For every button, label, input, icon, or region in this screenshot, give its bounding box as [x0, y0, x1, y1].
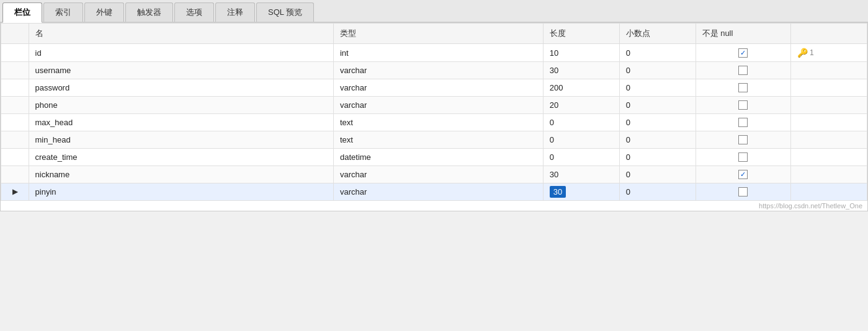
cell-type[interactable]: varchar [333, 166, 543, 183]
cell-decimal[interactable]: 0 [619, 114, 696, 131]
cell-length[interactable]: 0 [543, 131, 619, 149]
table-row[interactable]: ▶pinyinvarchar300 [1, 183, 867, 201]
cell-decimal[interactable]: 0 [619, 183, 696, 201]
cell-notnull[interactable] [696, 114, 791, 131]
tab-索引[interactable]: 索引 [43, 2, 83, 22]
cell-type[interactable]: varchar [333, 79, 543, 97]
cell-notnull[interactable]: ✓ [696, 44, 791, 62]
row-arrow: ▶ [1, 183, 29, 201]
cell-notnull[interactable] [696, 62, 791, 79]
cell-extra [791, 114, 867, 131]
cell-length[interactable]: 200 [543, 79, 619, 97]
row-arrow [1, 97, 29, 114]
tab-注释[interactable]: 注释 [215, 2, 255, 22]
table-row[interactable]: max_headtext00 [1, 114, 867, 131]
cell-length[interactable]: 30 [543, 166, 619, 183]
cell-extra [791, 149, 867, 166]
row-arrow [1, 131, 29, 149]
table-row[interactable]: passwordvarchar2000 [1, 79, 867, 97]
cell-length[interactable]: 10 [543, 44, 619, 62]
table-row[interactable]: idint100✓🔑1 [1, 44, 867, 62]
checkbox-unchecked-icon[interactable] [738, 83, 748, 92]
table-header-row: 名 类型 长度 小数点 不是 null [1, 24, 867, 44]
header-length: 长度 [543, 24, 619, 44]
cell-decimal[interactable]: 0 [619, 166, 696, 183]
cell-type[interactable]: datetime [333, 149, 543, 166]
cell-length[interactable]: 0 [543, 114, 619, 131]
cell-decimal[interactable]: 0 [619, 149, 696, 166]
cell-notnull[interactable] [696, 131, 791, 149]
checkbox-unchecked-icon[interactable] [738, 118, 748, 127]
table-row[interactable]: nicknamevarchar300✓ [1, 166, 867, 183]
cell-name[interactable]: password [29, 79, 333, 97]
tab-触发器[interactable]: 触发器 [125, 2, 173, 22]
cell-decimal[interactable]: 0 [619, 131, 696, 149]
cell-extra [791, 166, 867, 183]
tabs-bar: 栏位索引外键触发器选项注释SQL 预览 [0, 0, 868, 23]
checkbox-unchecked-icon[interactable] [738, 135, 748, 144]
cell-decimal[interactable]: 0 [619, 97, 696, 114]
cell-type[interactable]: text [333, 114, 543, 131]
cell-extra [791, 62, 867, 79]
cell-length[interactable]: 20 [543, 97, 619, 114]
row-arrow [1, 62, 29, 79]
row-arrow [1, 114, 29, 131]
header-type: 类型 [333, 24, 543, 44]
cell-name[interactable]: create_time [29, 149, 333, 166]
row-arrow [1, 79, 29, 97]
cell-name[interactable]: phone [29, 97, 333, 114]
columns-table: 名 类型 长度 小数点 不是 null idint100✓🔑1usernamev… [1, 23, 867, 201]
cell-length[interactable]: 30 [543, 183, 619, 201]
cell-type[interactable]: varchar [333, 62, 543, 79]
table-row[interactable]: min_headtext00 [1, 131, 867, 149]
row-arrow [1, 44, 29, 62]
cell-decimal[interactable]: 0 [619, 44, 696, 62]
cell-type[interactable]: int [333, 44, 543, 62]
cell-notnull[interactable] [696, 183, 791, 201]
cell-length[interactable]: 30 [543, 62, 619, 79]
checkbox-checked-icon[interactable]: ✓ [738, 170, 748, 179]
row-arrow [1, 149, 29, 166]
cell-name[interactable]: nickname [29, 166, 333, 183]
cell-type[interactable]: varchar [333, 97, 543, 114]
cell-notnull[interactable] [696, 149, 791, 166]
cell-name[interactable]: username [29, 62, 333, 79]
arrow-header [1, 24, 29, 44]
header-extra [791, 24, 867, 44]
selected-length-value: 30 [550, 186, 566, 198]
cell-notnull[interactable]: ✓ [696, 166, 791, 183]
checkbox-checked-icon[interactable]: ✓ [738, 48, 748, 58]
cell-length[interactable]: 0 [543, 149, 619, 166]
cell-extra [791, 97, 867, 114]
tab-SQL 预览[interactable]: SQL 预览 [256, 2, 314, 22]
cell-notnull[interactable] [696, 79, 791, 97]
cell-decimal[interactable]: 0 [619, 62, 696, 79]
tab-外键[interactable]: 外键 [84, 2, 124, 22]
cell-name[interactable]: min_head [29, 131, 333, 149]
checkbox-unchecked-icon[interactable] [738, 187, 748, 196]
checkbox-unchecked-icon[interactable] [738, 66, 748, 75]
checkbox-unchecked-icon[interactable] [738, 152, 748, 162]
table-body: idint100✓🔑1usernamevarchar300passwordvar… [1, 44, 867, 201]
cell-extra: 🔑1 [791, 44, 867, 62]
key-label: 1 [810, 48, 814, 57]
cell-notnull[interactable] [696, 97, 791, 114]
tab-栏位[interactable]: 栏位 [2, 2, 42, 23]
primary-key-cell: 🔑1 [797, 48, 861, 58]
table-row[interactable]: create_timedatetime00 [1, 149, 867, 166]
row-arrow [1, 166, 29, 183]
cell-type[interactable]: varchar [333, 183, 543, 201]
table-row[interactable]: phonevarchar200 [1, 97, 867, 114]
table-row[interactable]: usernamevarchar300 [1, 62, 867, 79]
cell-extra [791, 79, 867, 97]
cell-decimal[interactable]: 0 [619, 79, 696, 97]
cell-name[interactable]: max_head [29, 114, 333, 131]
cell-type[interactable]: text [333, 131, 543, 149]
header-notnull: 不是 null [696, 24, 791, 44]
tab-选项[interactable]: 选项 [174, 2, 214, 22]
cell-name[interactable]: pinyin [29, 183, 333, 201]
checkbox-unchecked-icon[interactable] [738, 100, 748, 110]
header-decimal: 小数点 [619, 24, 696, 44]
cell-name[interactable]: id [29, 44, 333, 62]
cell-extra [791, 131, 867, 149]
